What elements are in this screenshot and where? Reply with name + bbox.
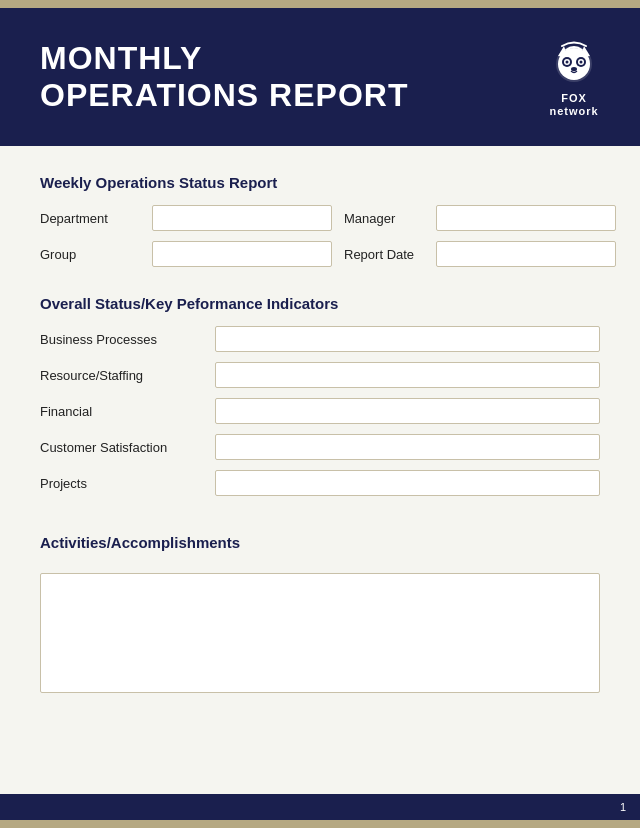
footer-bar: 1 (0, 794, 640, 820)
fox-network-label: FOX network (549, 92, 598, 118)
report-date-label: Report Date (344, 247, 424, 263)
department-label: Department (40, 211, 140, 226)
report-date-input[interactable] (436, 241, 616, 267)
kpi-input-3[interactable] (215, 434, 600, 460)
activities-title: Activities/Accomplishments (40, 534, 600, 551)
group-input[interactable] (152, 241, 332, 267)
kpi-section: Overall Status/Key Peformance Indicators… (40, 295, 600, 506)
kpi-label-4: Projects (40, 476, 215, 491)
fox-icon (548, 36, 600, 88)
manager-label: Manager (344, 211, 424, 226)
kpi-label-2: Financial (40, 404, 215, 419)
svg-point-8 (566, 61, 569, 64)
kpi-input-1[interactable] (215, 362, 600, 388)
kpi-row-0: Business Processes (40, 326, 600, 352)
page-number: 1 (620, 801, 626, 813)
kpi-input-4[interactable] (215, 470, 600, 496)
manager-input[interactable] (436, 205, 616, 231)
activities-textarea[interactable] (40, 573, 600, 693)
activities-section: Activities/Accomplishments (40, 534, 600, 766)
kpi-row-4: Projects (40, 470, 600, 496)
kpi-label-3: Customer Satisfaction (40, 440, 215, 455)
kpi-row-1: Resource/Staffing (40, 362, 600, 388)
kpi-row-2: Financial (40, 398, 600, 424)
page-title: MONTHLY OPERATIONS REPORT (40, 40, 408, 114)
weekly-status-section: Weekly Operations Status Report Departme… (40, 174, 600, 295)
kpi-row-3: Customer Satisfaction (40, 434, 600, 460)
kpi-title: Overall Status/Key Peformance Indicators (40, 295, 600, 312)
kpi-input-2[interactable] (215, 398, 600, 424)
fox-logo: FOX network (548, 36, 600, 118)
kpi-label-1: Resource/Staffing (40, 368, 215, 383)
svg-point-10 (571, 67, 577, 71)
weekly-status-title: Weekly Operations Status Report (40, 174, 600, 191)
page-header: MONTHLY OPERATIONS REPORT (0, 8, 640, 146)
group-label: Group (40, 247, 140, 262)
department-input[interactable] (152, 205, 332, 231)
weekly-status-form: Department Manager Group Report Date (40, 205, 600, 267)
kpi-input-0[interactable] (215, 326, 600, 352)
kpi-rows: Business Processes Resource/Staffing Fin… (40, 326, 600, 496)
svg-point-9 (580, 61, 583, 64)
kpi-label-0: Business Processes (40, 332, 215, 347)
top-accent-bar (0, 0, 640, 8)
bottom-accent-bar (0, 820, 640, 828)
main-content: Weekly Operations Status Report Departme… (0, 146, 640, 794)
